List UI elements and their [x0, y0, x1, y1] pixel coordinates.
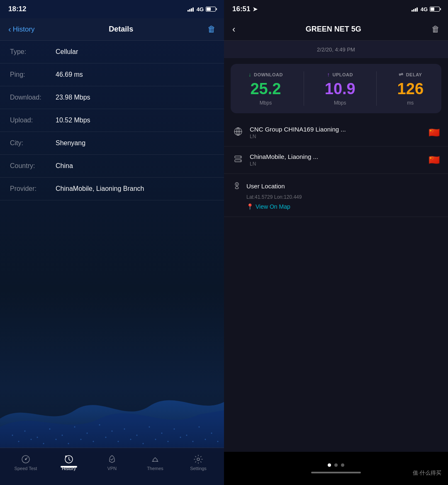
svg-point-10: [136, 435, 138, 436]
type-value: Cellular: [56, 48, 78, 56]
svg-point-32: [205, 439, 206, 440]
settings-icon: [193, 454, 203, 464]
svg-point-5: [74, 427, 75, 428]
download-stat: ↓ DOWNLOAD 25.2 Mbps: [248, 71, 283, 106]
detail-row-provider: Provider: ChinaMobile, Liaoning Branch: [0, 178, 224, 200]
detail-row-download: Download: 23.98 Mbps: [0, 86, 224, 109]
upload-label: UPLOAD: [333, 72, 353, 77]
location-title: User Location: [246, 183, 285, 190]
dot-1: [328, 463, 331, 467]
svg-point-15: [199, 427, 200, 428]
city-value: Shenyang: [56, 139, 85, 147]
svg-point-4: [62, 435, 63, 436]
signal-bars: [187, 7, 194, 12]
date-text: 2/2/20, 4:49 PM: [317, 46, 355, 53]
vpn-icon: [107, 454, 117, 464]
svg-point-18: [31, 439, 32, 440]
isp-content: CNC Group CHINA169 Liaoning ... LN: [250, 126, 423, 139]
left-time: 18:12: [8, 5, 26, 13]
tab-settings[interactable]: Settings: [184, 454, 213, 471]
home-indicator: [311, 472, 361, 473]
signal-bar-2: [413, 9, 414, 12]
svg-point-0: [12, 435, 13, 436]
view-on-map-label: View On Map: [256, 203, 290, 210]
svg-point-6: [87, 433, 88, 434]
svg-point-13: [174, 429, 175, 430]
svg-point-30: [180, 437, 181, 438]
battery-fill: [207, 7, 211, 11]
isp-item: CNC Group CHINA169 Liaoning ... LN 🇨🇳: [224, 119, 448, 146]
svg-point-33: [217, 441, 219, 442]
tab-active-indicator: [61, 466, 77, 468]
svg-point-21: [68, 443, 69, 444]
delay-label: DELAY: [406, 72, 422, 77]
mobile-item: ChinaMobile, Liaoning ... LN 🇨🇳: [224, 146, 448, 174]
chevron-left-icon: ‹: [8, 24, 11, 34]
svg-point-38: [197, 458, 200, 461]
detail-row-type: Type: Cellular: [0, 41, 224, 63]
signal-bar-3: [191, 8, 192, 12]
left-network-type: 4G: [197, 6, 204, 12]
upload-stat: ↑ UPLOAD 10.9 Mbps: [325, 71, 355, 106]
delete-button[interactable]: 🗑: [207, 24, 216, 34]
svg-point-8: [112, 431, 113, 432]
tab-themes[interactable]: Themes: [141, 454, 170, 471]
detail-row-country: Country: China: [0, 155, 224, 178]
right-delete-button[interactable]: 🗑: [431, 24, 440, 34]
svg-point-35: [25, 458, 27, 460]
upload-header: ↑ UPLOAD: [327, 71, 353, 78]
location-section: User Location Lat:41.5729 Lon:120.449 📍 …: [224, 174, 448, 217]
svg-point-16: [211, 433, 212, 434]
tab-history[interactable]: History: [54, 454, 83, 471]
right-back-button[interactable]: ‹: [232, 24, 235, 35]
right-battery-icon: [430, 7, 440, 12]
right-time-container: 16:51 ➤: [232, 5, 258, 13]
download-label: DOWNLOAD: [254, 72, 283, 77]
location-arrow-icon: ➤: [253, 6, 258, 12]
tab-vpn[interactable]: VPN: [97, 454, 127, 471]
tab-speedtest[interactable]: Speed Test: [11, 454, 40, 471]
svg-point-48: [236, 184, 238, 185]
download-header: ↓ DOWNLOAD: [248, 71, 283, 78]
isp-title: CNC Group CHINA169 Liaoning ...: [250, 126, 423, 133]
right-header: ‹ GREEN NET 5G 🗑: [224, 18, 448, 41]
left-panel: 18:12 4G ‹ History Details 🗑 Type: Cellu…: [0, 0, 224, 485]
signal-bar-4: [416, 7, 418, 12]
svg-point-31: [192, 441, 194, 442]
svg-point-22: [80, 439, 82, 440]
map-pin-icon: 📍: [246, 203, 253, 210]
mobile-subtitle: LN: [250, 161, 423, 167]
user-location-icon: [232, 180, 241, 192]
svg-point-11: [149, 427, 150, 428]
tab-settings-label: Settings: [190, 466, 207, 471]
svg-point-1: [24, 431, 26, 432]
stats-card: ↓ DOWNLOAD 25.2 Mbps ↑ UPLOAD 10.9 Mbps …: [231, 64, 441, 113]
type-label: Type:: [10, 48, 56, 56]
download-value: 23.98 Mbps: [56, 94, 90, 101]
left-status-icons: 4G: [187, 6, 216, 12]
upload-icon: ↑: [327, 71, 330, 78]
location-header: User Location: [232, 180, 440, 192]
country-value: China: [56, 162, 73, 170]
battery-icon: [206, 7, 216, 12]
back-button[interactable]: ‹ History: [8, 24, 35, 34]
right-signal-bars: [411, 7, 418, 12]
svg-point-2: [37, 437, 38, 438]
svg-point-23: [93, 441, 94, 442]
signal-bar-1: [411, 10, 413, 12]
signal-bar-3: [415, 8, 416, 12]
svg-point-24: [105, 437, 107, 438]
city-label: City:: [10, 139, 56, 147]
info-section: CNC Group CHINA169 Liaoning ... LN 🇨🇳 Ch…: [224, 119, 448, 217]
detail-row-upload: Upload: 10.52 Mbps: [0, 109, 224, 132]
location-coords: Lat:41.5729 Lon:120.449: [246, 194, 440, 200]
svg-point-25: [118, 441, 119, 442]
globe-icon: [232, 127, 244, 138]
history-icon: [64, 454, 74, 464]
signal-bar-4: [192, 7, 194, 12]
view-on-map-button[interactable]: 📍 View On Map: [246, 203, 440, 210]
delay-icon: ⇌: [399, 71, 404, 78]
signal-bar-1: [187, 10, 189, 12]
stat-divider-2: [376, 71, 377, 106]
tab-themes-label: Themes: [147, 466, 163, 471]
